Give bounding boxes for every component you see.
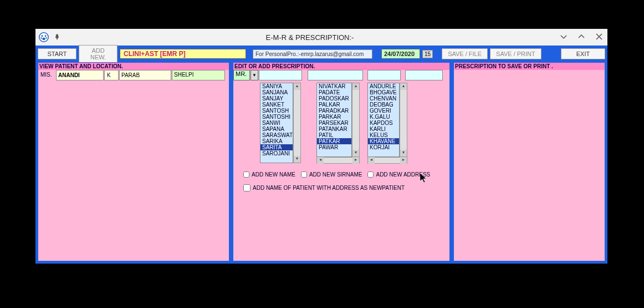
name-listbox[interactable]: SANIYASANJANASANJAYSANKETSANTOSHSANTOSHI…: [260, 83, 293, 163]
list-item[interactable]: SANIYA: [260, 83, 293, 89]
surname-listbox-scrollbar[interactable]: ▴▾: [352, 83, 360, 157]
list-item[interactable]: SANTOSH: [260, 108, 293, 114]
list-item[interactable]: SARASWAT: [260, 132, 293, 138]
cb1-label: ADD NEW NAME: [252, 171, 295, 178]
save-print-button[interactable]: SAVE / PRINT: [490, 48, 541, 59]
patient-location-input[interactable]: SHELPI: [172, 70, 225, 80]
list-item[interactable]: KARLI: [368, 126, 399, 132]
edit-panel-header: EDIT OR ADD PRESCRIPTION.: [233, 63, 449, 70]
list-item[interactable]: SANTOSHI: [260, 114, 293, 120]
svg-point-2: [45, 35, 47, 37]
listboxes: SANIYASANJANASANJAYSANKETSANTOSHSANTOSHI…: [233, 82, 449, 165]
save-file-button[interactable]: SAVE / FILE: [442, 48, 488, 59]
patient-name-input[interactable]: [56, 70, 104, 80]
svg-point-5: [42, 38, 45, 41]
list-item[interactable]: PARKAR: [317, 114, 351, 120]
patient-surname-input[interactable]: [119, 70, 171, 80]
list-item[interactable]: PAWAR: [317, 144, 351, 150]
list-item[interactable]: PATANKAR: [317, 126, 351, 132]
list-item[interactable]: SAROJANI: [260, 150, 293, 156]
list-item[interactable]: SARIKA: [260, 138, 293, 144]
add-new-sirname-checkbox[interactable]: ADD NEW SIRNAME: [301, 171, 362, 178]
list-item[interactable]: SANJAY: [260, 95, 293, 102]
exit-button[interactable]: EXIT: [561, 48, 605, 59]
brand-label: CLINI+AST [EMR P]: [120, 49, 246, 59]
list-item[interactable]: SAPANA: [260, 126, 293, 132]
list-item[interactable]: PATKAR: [317, 138, 351, 144]
maximize-icon[interactable]: [576, 33, 586, 42]
surname-listbox[interactable]: NIVATKARPADATEPADOSKARPALKARPARADKARPARK…: [316, 83, 352, 157]
patient-mid-label: K: [104, 70, 119, 80]
edit-surname-input[interactable]: [308, 70, 363, 80]
patient-title-label: MIS.: [38, 70, 55, 80]
minimize-icon[interactable]: [559, 33, 569, 42]
list-item[interactable]: BHOGAVE: [368, 89, 399, 95]
list-item[interactable]: K.GALU: [368, 114, 399, 120]
list-item[interactable]: SANKET: [260, 102, 293, 108]
list-item[interactable]: PATIL: [317, 132, 351, 138]
list-item[interactable]: PARADKAR: [317, 108, 351, 114]
date-field[interactable]: 24/07/2020: [381, 49, 420, 59]
svg-point-3: [40, 37, 42, 38]
edit-title-combo-arrow[interactable]: ▼: [251, 70, 258, 80]
list-item[interactable]: KAPDOS: [368, 120, 399, 126]
location-listbox-scrollbar[interactable]: ▴▾: [400, 83, 407, 157]
cb2-label: ADD NEW SIRNAME: [309, 171, 362, 178]
edit-name-input[interactable]: [259, 70, 302, 80]
svg-point-1: [42, 35, 43, 37]
toolbar: START ADD NEW. CLINI+AST [EMR P] For Per…: [35, 46, 607, 62]
edit-loc-input[interactable]: [405, 70, 443, 80]
window-title: E-M-R & PRESCRIPTION:-: [61, 33, 559, 42]
list-item[interactable]: SANWI: [260, 120, 293, 126]
add-newpatient-checkbox[interactable]: ADD NAME OF PATIENT WITH ADDRESS AS NEWP…: [243, 184, 439, 191]
list-item[interactable]: KELUS: [368, 132, 399, 138]
list-item[interactable]: GOVERI: [368, 108, 399, 114]
list-item[interactable]: SARITA: [260, 144, 293, 150]
edit-mid-input[interactable]: [367, 70, 401, 80]
patient-panel-header: VIEW PATIENT AND LOCATION.: [38, 63, 229, 70]
add-new-name-checkbox[interactable]: ADD NEW NAME: [243, 171, 295, 178]
add-new-address-checkbox[interactable]: ADD NEW ADDRESS: [367, 171, 430, 178]
add-new-button[interactable]: ADD NEW.: [79, 45, 117, 63]
print-panel-header: PRESCRIPTION TO SAVE OR PRINT .: [454, 63, 605, 70]
pin-icon[interactable]: [53, 33, 61, 41]
print-panel: PRESCRIPTION TO SAVE OR PRINT .: [453, 62, 605, 261]
cb3-label: ADD NEW ADDRESS: [376, 171, 430, 178]
list-item[interactable]: PARSEKAR: [317, 120, 351, 126]
svg-point-0: [39, 33, 49, 42]
list-item[interactable]: SANJANA: [260, 89, 293, 95]
content-area: VIEW PATIENT AND LOCATION. MIS. K SHELPI…: [35, 62, 607, 264]
location-listbox[interactable]: ANDURLEBHOGAVECHENVANDEOBAGGOVERIK.GALUK…: [367, 83, 400, 157]
list-item[interactable]: KHAVANE: [368, 138, 399, 144]
start-button[interactable]: START: [38, 48, 76, 59]
list-item[interactable]: PADATE: [317, 89, 351, 95]
svg-point-4: [45, 37, 47, 38]
list-item[interactable]: KORJAI: [368, 144, 399, 150]
day-badge: 15: [422, 50, 433, 58]
titlebar: E-M-R & PRESCRIPTION:-: [35, 29, 607, 46]
list-item[interactable]: PALKAR: [317, 102, 351, 108]
list-item[interactable]: NIVATKAR: [317, 83, 351, 89]
list-item[interactable]: CHENVAN: [368, 95, 399, 102]
app-icon: [39, 32, 49, 42]
edit-title-combo-text[interactable]: MR.: [233, 70, 250, 80]
list-item[interactable]: DEOBAG: [368, 102, 399, 108]
checkbox-row: ADD NEW NAME ADD NEW SIRNAME ADD NEW ADD…: [233, 165, 449, 180]
location-listbox-hscrollbar[interactable]: ◂▸: [367, 157, 407, 164]
edit-panel: EDIT OR ADD PRESCRIPTION. MR. ▼ SANIYASA…: [233, 62, 450, 261]
personal-email: For PersonalPro.:-emrp.lazarus@gmail.com: [253, 49, 372, 59]
list-item[interactable]: ANDURLE: [368, 83, 399, 89]
close-icon[interactable]: [594, 33, 604, 42]
patient-panel: VIEW PATIENT AND LOCATION. MIS. K SHELPI: [38, 62, 229, 261]
list-item[interactable]: PADOSKAR: [317, 95, 351, 102]
name-listbox-scrollbar[interactable]: ▴▾: [293, 83, 301, 163]
surname-listbox-hscrollbar[interactable]: ◂▸: [316, 157, 360, 164]
cb4-label: ADD NAME OF PATIENT WITH ADDRESS AS NEWP…: [253, 185, 405, 191]
app-window: E-M-R & PRESCRIPTION:- START ADD NEW. CL…: [35, 29, 607, 264]
